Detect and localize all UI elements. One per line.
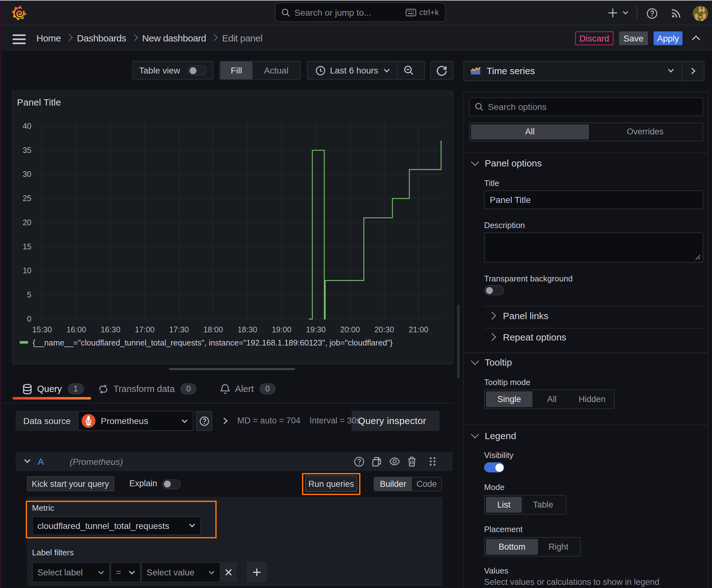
svg-text:15:30: 15:30 <box>33 325 52 334</box>
svg-text:20:00: 20:00 <box>340 325 360 334</box>
svg-text:18:30: 18:30 <box>238 325 257 334</box>
svg-text:35: 35 <box>23 145 31 154</box>
svg-text:18:00: 18:00 <box>203 325 223 334</box>
svg-text:17:00: 17:00 <box>135 325 155 334</box>
svg-text:40: 40 <box>23 121 31 130</box>
svg-text:20: 20 <box>23 218 31 227</box>
svg-text:5: 5 <box>27 290 31 299</box>
svg-text:21:00: 21:00 <box>409 325 429 334</box>
svg-text:17:30: 17:30 <box>169 325 189 334</box>
svg-text:{__name__="cloudflared_tunnel_: {__name__="cloudflared_tunnel_total_requ… <box>33 338 393 347</box>
svg-text:25: 25 <box>23 193 31 202</box>
svg-text:15: 15 <box>23 242 31 251</box>
svg-text:19:30: 19:30 <box>306 325 326 334</box>
svg-text:16:30: 16:30 <box>101 325 121 334</box>
svg-text:20:30: 20:30 <box>374 325 394 334</box>
svg-text:19:00: 19:00 <box>272 325 292 334</box>
svg-text:30: 30 <box>23 169 31 178</box>
svg-text:16:00: 16:00 <box>67 325 86 334</box>
svg-text:10: 10 <box>23 266 31 275</box>
svg-text:0: 0 <box>27 314 31 323</box>
